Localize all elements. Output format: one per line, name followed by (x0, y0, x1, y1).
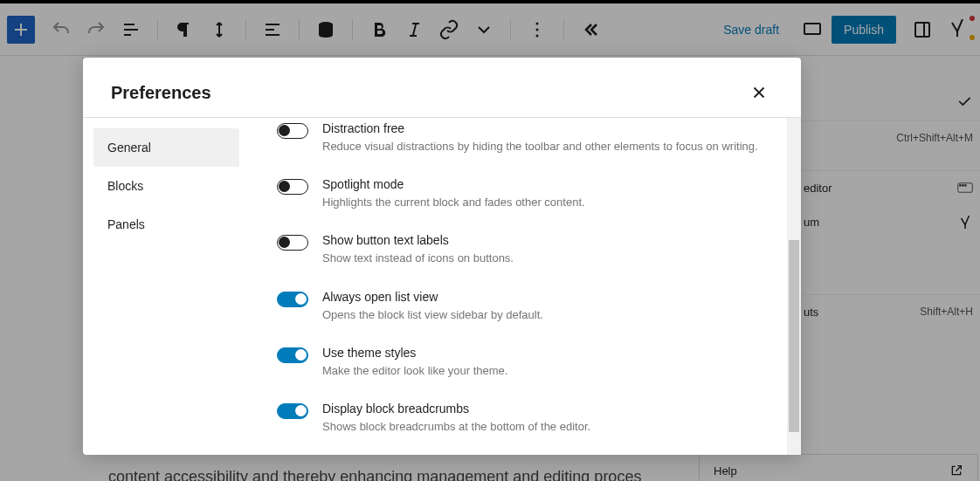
tab-blocks[interactable]: Blocks (93, 167, 239, 205)
toggle-button-text-labels[interactable] (277, 235, 308, 251)
toggle-spotlight-mode[interactable] (277, 179, 308, 195)
pref-use-theme-styles: Use theme styles Make the editor look li… (277, 346, 766, 379)
close-button[interactable] (745, 79, 773, 107)
tab-general[interactable]: General (93, 128, 239, 167)
preferences-tabs: General Blocks Panels (83, 118, 251, 455)
toggle-distraction-free[interactable] (277, 123, 308, 139)
preferences-content: Distraction free Reduce visual distracti… (251, 118, 801, 455)
pref-always-open-list-view: Always open list view Opens the block li… (277, 290, 766, 323)
pref-block-breadcrumbs: Display block breadcrumbs Shows block br… (277, 402, 766, 435)
preferences-modal: Preferences General Blocks Panels Distra… (83, 58, 801, 455)
modal-title: Preferences (111, 83, 211, 103)
toggle-always-open-list-view[interactable] (277, 292, 308, 307)
pref-button-text-labels: Show button text labels Show text instea… (277, 233, 766, 266)
pref-distraction-free: Distraction free Reduce visual distracti… (277, 121, 766, 155)
toggle-use-theme-styles[interactable] (277, 347, 308, 363)
scrollbar[interactable] (787, 118, 801, 455)
tab-panels[interactable]: Panels (93, 205, 239, 244)
pref-spotlight-mode: Spotlight mode Highlights the current bl… (277, 177, 766, 210)
toggle-block-breadcrumbs[interactable] (277, 403, 308, 419)
